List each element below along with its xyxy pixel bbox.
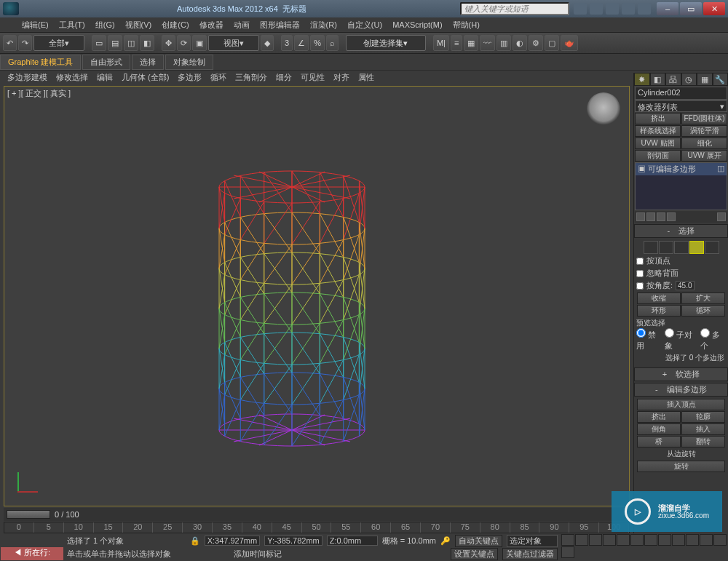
ribbon-panel-loop[interactable]: 循环 [210, 72, 226, 83]
selset-dropdown[interactable]: 选定对象 [507, 535, 558, 547]
ribbon-panel-modsel[interactable]: 修改选择 [56, 72, 88, 83]
modifier-list-dropdown[interactable]: 修改器列表▾ [635, 100, 727, 112]
btn-slice[interactable]: 剖切面 [635, 150, 681, 162]
render-button[interactable]: 🫖 [561, 35, 578, 51]
btn-turbo[interactable]: 涡轮平滑 [681, 125, 727, 137]
play-icon[interactable] [589, 534, 602, 546]
select-object-button[interactable]: ▭ [92, 35, 106, 51]
trackbar[interactable]: 0 / 100 [4, 508, 630, 521]
tab-utilities-icon[interactable]: 🔧 [713, 73, 729, 86]
shrink-button[interactable]: 收缩 [637, 293, 681, 304]
menu-animation[interactable]: 动画 [234, 20, 250, 31]
ribbon-panel-vis[interactable]: 可见性 [301, 72, 325, 83]
next-frame-icon[interactable] [603, 534, 616, 546]
ref-coord-dropdown[interactable]: 视图 ▾ [208, 35, 259, 51]
vertex-icon[interactable] [644, 241, 658, 254]
add-time-tag[interactable]: 添加时间标记 [234, 549, 282, 560]
btn-unwrap[interactable]: UVW 展开 [681, 150, 727, 162]
mirror-button[interactable]: M| [433, 35, 449, 51]
schematic-button[interactable]: ▥ [496, 35, 511, 51]
show-end-icon[interactable] [646, 212, 655, 221]
ribbon-panel-polys[interactable]: 多边形 [178, 72, 202, 83]
btn-tess[interactable]: 细化 [681, 138, 727, 149]
border-icon[interactable] [674, 241, 689, 254]
ring-button[interactable]: 环形 [637, 305, 681, 317]
ribbon-panel-poly[interactable]: 多边形建模 [7, 72, 47, 83]
pin-icon[interactable] [636, 212, 645, 221]
polygon-icon[interactable] [689, 241, 704, 254]
ep-outline[interactable]: 轮廓 [681, 411, 725, 423]
ep-flip[interactable]: 翻转 [681, 436, 725, 447]
remove-mod-icon[interactable] [667, 212, 676, 221]
menu-edit[interactable]: 编辑(E) [22, 20, 49, 31]
timeline-ruler[interactable]: 0510152025303540455055606570758085909510… [4, 522, 630, 533]
viewport-label[interactable]: [ + ][ 正交 ][ 真实 ] [7, 88, 71, 99]
coord-x[interactable]: X:347.927mm [205, 536, 261, 546]
grow-button[interactable]: 扩大 [681, 293, 725, 304]
viewport[interactable]: [ + ][ 正交 ][ 真实 ] [4, 86, 630, 506]
help-search-input[interactable] [460, 2, 569, 15]
minimize-button[interactable]: – [657, 2, 678, 15]
render-frame-button[interactable]: ▢ [545, 35, 559, 51]
edge-icon[interactable] [659, 241, 673, 254]
zoom-icon[interactable] [672, 534, 685, 546]
ribbon-panel-align[interactable]: 对齐 [333, 72, 349, 83]
menu-maxscript[interactable]: MAXScript(M) [392, 20, 442, 29]
menu-modifiers[interactable]: 修改器 [199, 20, 223, 31]
close-button[interactable]: ✕ [703, 2, 725, 15]
tab-display-icon[interactable]: ▦ [697, 73, 713, 86]
menu-help[interactable]: 帮助(H) [453, 20, 480, 31]
element-icon[interactable] [705, 241, 719, 254]
menu-tools[interactable]: 工具(T) [59, 20, 85, 31]
layer-button[interactable]: ▦ [464, 35, 478, 51]
time-config-icon[interactable] [630, 534, 644, 546]
ignore-backfacing-check[interactable]: 忽略背面 [636, 268, 726, 279]
pivot-button[interactable]: ◆ [261, 35, 274, 51]
ribbon-panel-subdiv[interactable]: 细分 [276, 72, 292, 83]
btn-extrude[interactable]: 挤出 [635, 113, 681, 124]
goto-end-icon[interactable] [617, 534, 630, 546]
menu-group[interactable]: 组(G) [95, 20, 115, 31]
menu-create[interactable]: 创建(C) [162, 20, 189, 31]
rollout-editpoly[interactable]: - 编辑多边形 [634, 383, 728, 397]
render-setup-button[interactable]: ⚙ [529, 35, 543, 51]
scale-button[interactable]: ▣ [192, 35, 207, 51]
snap-toggle[interactable]: 3 [281, 35, 293, 51]
curve-editor-button[interactable]: 〰 [480, 35, 495, 51]
key-icon[interactable]: 🔑 [440, 536, 451, 546]
orbit-icon[interactable] [658, 534, 671, 546]
move-button[interactable]: ✥ [162, 35, 175, 51]
ep-inset[interactable]: 插入 [681, 423, 725, 435]
ribbon-tab-objectpaint[interactable]: 对象绘制 [165, 55, 213, 70]
viewcube[interactable] [587, 92, 620, 126]
ep-bridge[interactable]: 桥 [637, 436, 681, 447]
by-vertex-check[interactable]: 按顶点 [636, 255, 726, 266]
ribbon-panel-props[interactable]: 属性 [358, 72, 374, 83]
redo-button[interactable]: ↷ [18, 35, 32, 51]
ribbon-panel-edit[interactable]: 编辑 [97, 72, 113, 83]
selection-filter[interactable]: 全部 ▾ [33, 35, 84, 51]
fov-icon[interactable] [713, 534, 727, 546]
ribbon-tab-modeling[interactable]: Graphite 建模工具 [0, 55, 81, 70]
autokey-button[interactable]: 自动关键点 [455, 535, 502, 547]
btn-spline[interactable]: 样条线选择 [635, 125, 681, 137]
rollout-selection[interactable]: - 选择 [634, 224, 728, 238]
tab-motion-icon[interactable]: ◷ [681, 73, 697, 86]
material-editor-button[interactable]: ◐ [513, 35, 527, 51]
ribbon-tab-freeform[interactable]: 自由形式 [82, 55, 130, 70]
maximize-vp-icon[interactable] [561, 546, 574, 558]
select-region-button[interactable]: ◫ [124, 35, 138, 51]
menu-rendering[interactable]: 渲染(R) [310, 20, 337, 31]
stack-editable-poly[interactable]: ▣ 可编辑多边形◫ [636, 163, 727, 175]
undo-button[interactable]: ↶ [3, 35, 17, 51]
maximize-button[interactable]: ▭ [680, 2, 702, 15]
menu-customize[interactable]: 自定义(U) [347, 20, 382, 31]
coord-y[interactable]: Y:-385.782mm [264, 536, 323, 546]
loop-button[interactable]: 循环 [681, 305, 725, 317]
ep-bevel[interactable]: 倒角 [637, 423, 681, 435]
app-icon[interactable] [3, 2, 19, 15]
modifier-stack[interactable]: ▣ 可编辑多边形◫ [635, 162, 727, 210]
tab-hierarchy-icon[interactable]: 品 [665, 73, 681, 86]
rollout-softsel[interactable]: + 软选择 [634, 367, 728, 381]
ribbon-tab-selection[interactable]: 选择 [132, 55, 164, 70]
